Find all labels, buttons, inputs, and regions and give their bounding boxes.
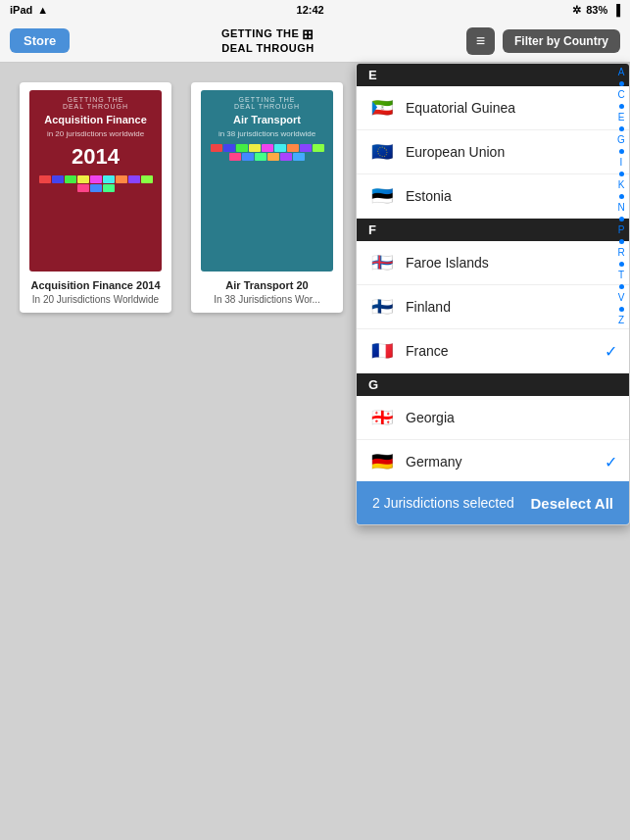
flag-equatorial-guinea: 🇬🇶	[368, 94, 396, 122]
country-name-finland: Finland	[406, 299, 617, 315]
flag-georgia: 🇬🇪	[368, 404, 396, 431]
country-name-faroe-islands: Faroe Islands	[406, 255, 617, 271]
index-dot-7	[619, 217, 624, 222]
france-check: ✓	[605, 342, 617, 361]
country-item-georgia[interactable]: 🇬🇪 Georgia	[357, 396, 629, 440]
flag-germany: 🇩🇪	[368, 448, 396, 475]
index-dot-2	[619, 104, 624, 109]
battery-icon: ▐	[612, 4, 620, 16]
book-subtitle-air-transport: In 38 Jurisdictions Wor...	[214, 294, 320, 305]
index-dot-4	[619, 149, 624, 154]
index-dot-3	[619, 126, 624, 131]
book-title-air-transport: Air Transport 20	[225, 279, 308, 291]
index-letter-k[interactable]: K	[618, 179, 625, 191]
store-button[interactable]: Store	[10, 28, 70, 53]
book-subtitle-acquisition-finance: In 20 Jurisdictions Worldwide	[32, 294, 159, 305]
index-letter-e[interactable]: E	[618, 112, 625, 124]
country-item-estonia[interactable]: 🇪🇪 Estonia	[357, 174, 629, 219]
book-cover-air-transport: GETTING THEDEAL THROUGH Air Transport in…	[201, 90, 333, 272]
bluetooth-icon: ✲	[572, 4, 581, 17]
status-time: 12:42	[297, 4, 324, 16]
country-list[interactable]: E 🇬🇶 Equatorial Guinea 🇪🇺 European Union…	[357, 64, 629, 524]
country-name-equatorial-guinea: Equatorial Guinea	[406, 100, 617, 116]
deselect-all-button[interactable]: Deselect All	[531, 495, 614, 512]
flag-estonia: 🇪🇪	[368, 182, 396, 210]
country-name-germany: Germany	[406, 454, 601, 469]
menu-button[interactable]: ≡	[466, 27, 495, 55]
section-header-f: F	[357, 219, 629, 241]
book-card-acquisition-finance[interactable]: GETTING THEDEAL THROUGH Acquisition Fina…	[20, 82, 171, 313]
jurisdictions-selected-label: 2 Jurisdictions selected	[372, 495, 514, 511]
index-dot-1	[619, 81, 624, 86]
country-name-european-union: European Union	[406, 144, 617, 160]
country-name-georgia: Georgia	[406, 410, 617, 425]
index-dot-6	[619, 194, 624, 199]
dropdown-bottom-bar: 2 Jurisdictions selected Deselect All	[357, 481, 629, 524]
filter-by-country-button[interactable]: Filter by Country	[503, 29, 620, 53]
index-letter-r[interactable]: R	[617, 247, 624, 259]
title-line1: GETTING THE	[221, 27, 299, 40]
country-name-estonia: Estonia	[406, 188, 617, 204]
index-letter-p[interactable]: P	[618, 224, 625, 236]
nav-bar: Store GETTING THE ⊞ DEAL THROUGH ≡ Filte…	[0, 20, 630, 63]
country-item-european-union[interactable]: 🇪🇺 European Union	[357, 130, 629, 174]
wifi-icon: ▲	[37, 4, 48, 16]
index-dot-9	[619, 262, 624, 267]
book-title-acquisition-finance: Acquisition Finance 2014	[30, 279, 160, 291]
status-bar: iPad ▲ 12:42 ✲ 83% ▐	[0, 0, 630, 20]
app-title: GETTING THE ⊞ DEAL THROUGH	[221, 26, 315, 56]
index-letter-g[interactable]: G	[617, 134, 625, 146]
country-item-faroe-islands[interactable]: 🇫🇴 Faroe Islands	[357, 241, 629, 285]
country-item-france[interactable]: 🇫🇷 France ✓	[357, 329, 629, 373]
grid-icon: ⊞	[302, 26, 315, 43]
index-letter-i[interactable]: I	[620, 157, 623, 169]
section-header-g: G	[357, 373, 629, 396]
country-name-france: France	[406, 343, 601, 359]
index-dot-11	[619, 307, 624, 312]
country-item-germany[interactable]: 🇩🇪 Germany ✓	[357, 440, 629, 484]
index-bar: A C E G I K N P R T V Z	[612, 63, 630, 330]
index-letter-v[interactable]: V	[618, 292, 625, 304]
book-cover-acquisition-finance: GETTING THEDEAL THROUGH Acquisition Fina…	[29, 90, 162, 272]
germany-check: ✓	[605, 453, 617, 471]
index-dot-10	[619, 284, 624, 289]
flag-finland: 🇫🇮	[368, 293, 396, 321]
battery-level: 83%	[586, 4, 607, 16]
country-item-equatorial-guinea[interactable]: 🇬🇶 Equatorial Guinea	[357, 86, 629, 130]
index-letter-z[interactable]: Z	[618, 315, 624, 326]
section-header-e: E	[357, 64, 629, 86]
index-letter-c[interactable]: C	[617, 89, 624, 101]
index-letter-a[interactable]: A	[618, 67, 625, 78]
index-dot-8	[619, 239, 624, 244]
country-item-finland[interactable]: 🇫🇮 Finland	[357, 285, 629, 329]
country-filter-dropdown: E 🇬🇶 Equatorial Guinea 🇪🇺 European Union…	[356, 63, 630, 525]
book-card-air-transport[interactable]: GETTING THEDEAL THROUGH Air Transport in…	[191, 82, 343, 313]
index-dot-5	[619, 172, 624, 176]
index-letter-t[interactable]: T	[618, 270, 624, 281]
ipad-label: iPad	[10, 4, 32, 16]
flag-faroe-islands: 🇫🇴	[368, 249, 396, 276]
title-line2: DEAL THROUGH	[221, 42, 314, 55]
flag-european-union: 🇪🇺	[368, 138, 396, 166]
flag-france: 🇫🇷	[368, 337, 396, 365]
index-letter-n[interactable]: N	[617, 202, 624, 214]
